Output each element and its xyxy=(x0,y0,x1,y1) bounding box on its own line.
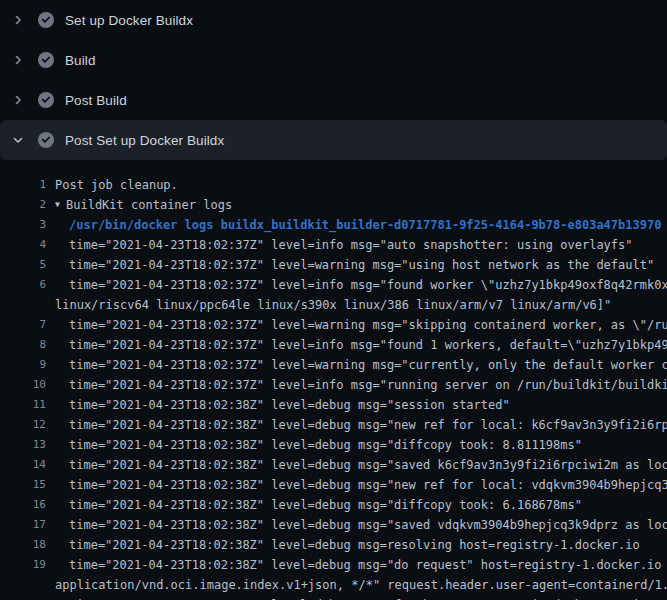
line-number[interactable] xyxy=(0,575,46,595)
log-text: time="2021-04-23T18:02:38Z" level=debug … xyxy=(46,515,667,535)
log-line: 18 time="2021-04-23T18:02:38Z" level=deb… xyxy=(0,535,667,555)
actions-log-viewer: Set up Docker Buildx Build Post Build xyxy=(0,0,667,600)
log-line: 15 time="2021-04-23T18:02:38Z" level=deb… xyxy=(0,475,667,495)
line-number[interactable]: 1 xyxy=(0,175,46,195)
step-title: Build xyxy=(65,53,96,68)
log-text: time="2021-04-23T18:02:38Z" level=debug … xyxy=(46,415,667,435)
line-number[interactable]: 10 xyxy=(0,375,46,395)
line-number[interactable]: 16 xyxy=(0,495,46,515)
log-text: time="2021-04-23T18:02:38Z" level=debug … xyxy=(46,535,640,555)
line-number[interactable] xyxy=(0,295,46,315)
log-text: time="2021-04-23T18:02:37Z" level=info m… xyxy=(46,335,667,355)
log-line: 6 time="2021-04-23T18:02:37Z" level=info… xyxy=(0,275,667,295)
line-number[interactable]: 3 xyxy=(0,215,46,235)
log-text: BuildKit container logs xyxy=(66,195,232,215)
steps-list: Set up Docker Buildx Build Post Build xyxy=(0,0,667,600)
log-text: time="2021-04-23T18:02:37Z" level=info m… xyxy=(46,235,633,255)
line-number[interactable]: 9 xyxy=(0,355,46,375)
line-number[interactable]: 2 xyxy=(0,195,46,215)
log-line: 12 time="2021-04-23T18:02:38Z" level=deb… xyxy=(0,415,667,435)
log-line: 16 time="2021-04-23T18:02:38Z" level=deb… xyxy=(0,495,667,515)
line-number[interactable]: 19 xyxy=(0,555,46,575)
log-line: 7 time="2021-04-23T18:02:37Z" level=warn… xyxy=(0,315,667,335)
log-line: 4 time="2021-04-23T18:02:37Z" level=info… xyxy=(0,235,667,255)
line-number[interactable]: 8 xyxy=(0,335,46,355)
chevron-down-icon[interactable] xyxy=(10,132,26,148)
line-number[interactable]: 4 xyxy=(0,235,46,255)
log-text: time="2021-04-23T18:02:37Z" level=info m… xyxy=(46,375,667,395)
line-number[interactable]: 6 xyxy=(0,275,46,295)
line-number[interactable]: 12 xyxy=(0,415,46,435)
step-header[interactable]: Set up Docker Buildx xyxy=(0,0,667,40)
log-line: 17 time="2021-04-23T18:02:38Z" level=deb… xyxy=(0,515,667,535)
chevron-right-icon[interactable] xyxy=(10,92,26,108)
check-circle-icon xyxy=(38,132,54,148)
log-body: 1 Post job cleanup. 2 ▼BuildKit containe… xyxy=(0,160,667,600)
log-text: time="2021-04-23T18:02:38Z" level=debug … xyxy=(46,475,667,495)
line-number[interactable]: 17 xyxy=(0,515,46,535)
step-title: Post Build xyxy=(65,93,127,108)
check-circle-icon xyxy=(38,12,54,28)
log-line: 19 time="2021-04-23T18:02:38Z" level=deb… xyxy=(0,555,667,575)
log-text: time="2021-04-23T18:02:38Z" level=debug … xyxy=(46,395,510,415)
line-number[interactable]: 18 xyxy=(0,535,46,555)
line-number[interactable]: 14 xyxy=(0,455,46,475)
step-header[interactable]: Build xyxy=(0,40,667,80)
step-title: Post Set up Docker Buildx xyxy=(65,133,224,148)
log-line: 5 time="2021-04-23T18:02:37Z" level=warn… xyxy=(0,255,667,275)
step-header[interactable]: Post Build xyxy=(0,80,667,120)
step-title: Set up Docker Buildx xyxy=(65,13,193,28)
log-line: 3 /usr/bin/docker logs buildx_buildkit_b… xyxy=(0,215,667,235)
log-line: 8 time="2021-04-23T18:02:37Z" level=info… xyxy=(0,335,667,355)
log-line-wrap: application/vnd.oci.image.index.v1+json,… xyxy=(0,575,667,595)
triangle-down-icon[interactable]: ▼ xyxy=(55,195,66,215)
line-number[interactable]: 15 xyxy=(0,475,46,495)
log-line: 1 Post job cleanup. xyxy=(0,175,667,195)
line-number[interactable]: 7 xyxy=(0,315,46,335)
line-number[interactable]: 20 xyxy=(0,595,46,600)
log-line: 13 time="2021-04-23T18:02:38Z" level=deb… xyxy=(0,435,667,455)
step-header[interactable]: Post Set up Docker Buildx xyxy=(0,120,667,160)
log-text: Post job cleanup. xyxy=(46,175,178,195)
chevron-right-icon[interactable] xyxy=(10,52,26,68)
log-text: time="2021-04-23T18:02:38Z" level=debug … xyxy=(46,555,667,575)
line-number[interactable]: 11 xyxy=(0,395,46,415)
log-line: 10 time="2021-04-23T18:02:37Z" level=inf… xyxy=(0,375,667,395)
log-line: 11 time="2021-04-23T18:02:38Z" level=deb… xyxy=(0,395,667,415)
log-text: time="2021-04-23T18:02:37Z" level=warnin… xyxy=(46,255,654,275)
check-circle-icon xyxy=(38,52,54,68)
log-line: 9 time="2021-04-23T18:02:37Z" level=warn… xyxy=(0,355,667,375)
log-text: /usr/bin/docker logs buildx_buildkit_bui… xyxy=(46,215,661,235)
log-line: 14 time="2021-04-23T18:02:38Z" level=deb… xyxy=(0,455,667,475)
line-number[interactable]: 5 xyxy=(0,255,46,275)
log-line: 20 time="2021-04-23T18:02:38Z" level=deb… xyxy=(0,595,667,600)
log-text: time="2021-04-23T18:02:38Z" level=debug … xyxy=(46,495,582,515)
log-line-wrap: linux/riscv64 linux/ppc64le linux/s390x … xyxy=(0,295,667,315)
log-text: time="2021-04-23T18:02:37Z" level=warnin… xyxy=(46,315,667,335)
log-line: 2 ▼BuildKit container logs xyxy=(0,195,667,215)
line-number[interactable]: 13 xyxy=(0,435,46,455)
chevron-right-icon[interactable] xyxy=(10,12,26,28)
log-text: linux/riscv64 linux/ppc64le linux/s390x … xyxy=(46,295,611,315)
log-text: time="2021-04-23T18:02:38Z" level=debug … xyxy=(46,595,667,600)
log-text: time="2021-04-23T18:02:37Z" level=warnin… xyxy=(46,355,667,375)
log-text: time="2021-04-23T18:02:37Z" level=info m… xyxy=(46,275,667,295)
log-text: time="2021-04-23T18:02:38Z" level=debug … xyxy=(46,455,667,475)
check-circle-icon xyxy=(38,92,54,108)
log-text: time="2021-04-23T18:02:38Z" level=debug … xyxy=(46,435,582,455)
log-text: application/vnd.oci.image.index.v1+json,… xyxy=(46,575,667,595)
